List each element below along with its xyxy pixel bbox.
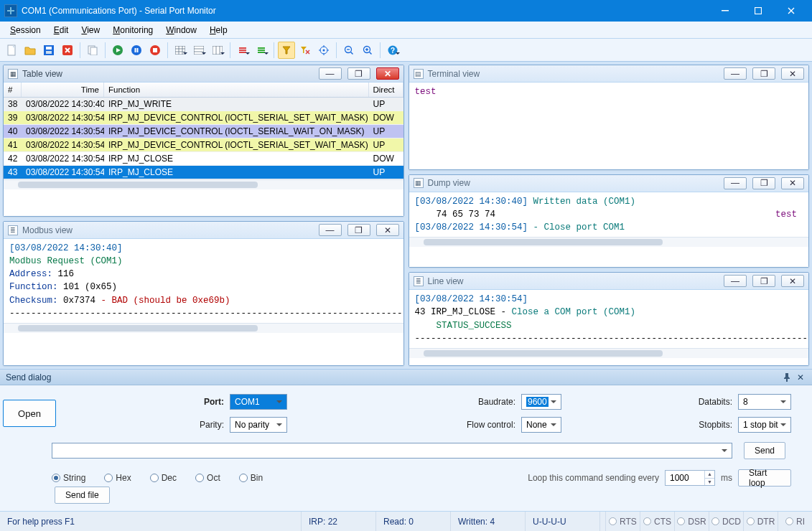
panel-minimize-button[interactable]: — — [319, 224, 342, 236]
pin-icon[interactable] — [781, 372, 793, 382]
radio-hex[interactable]: Hex — [104, 473, 131, 483]
send-file-button[interactable]: Send file — [55, 487, 110, 504]
panel-restore-button[interactable]: ❐ — [752, 177, 775, 189]
col-function[interactable]: Function — [104, 83, 369, 97]
list-view-icon[interactable] — [190, 42, 207, 59]
send-dialog-titlebar[interactable]: Send dialog ✕ — [0, 370, 812, 385]
panel-restore-button[interactable]: ❐ — [752, 275, 775, 287]
table-row[interactable]: 4103/08/2022 14:30:54IRP_MJ_DEVICE_CONTR… — [4, 138, 403, 152]
panel-close-button[interactable]: ✕ — [376, 67, 399, 80]
signal-dcd: DCD — [709, 512, 743, 531]
h-scrollbar[interactable] — [4, 179, 403, 189]
columns-icon[interactable] — [209, 42, 226, 59]
table-view-titlebar[interactable]: ▦ Table view — ❐ ✕ — [4, 65, 403, 83]
terminal-view-body[interactable]: test — [409, 83, 809, 169]
table-row[interactable]: 4003/08/2022 14:30:54IRP_MJ_DEVICE_CONTR… — [4, 125, 403, 138]
close-icon[interactable]: ✕ — [795, 372, 806, 382]
baud-combo[interactable]: 9600 — [521, 394, 561, 410]
help-icon[interactable]: ? — [384, 42, 401, 59]
new-session-icon[interactable] — [3, 42, 20, 59]
col-time[interactable]: Time — [22, 83, 104, 97]
spin-down-icon[interactable]: ▼ — [704, 479, 714, 486]
spin-up-icon[interactable]: ▲ — [704, 471, 714, 479]
menu-view[interactable]: View — [75, 24, 106, 37]
table-row[interactable]: 3903/08/2022 14:30:54IRP_MJ_DEVICE_CONTR… — [4, 111, 403, 125]
dump-view-titlebar[interactable]: ▦ Dump view — ❐ ✕ — [409, 175, 809, 192]
port-combo[interactable]: COM1 — [230, 394, 287, 410]
save-icon[interactable] — [40, 42, 57, 59]
open-button[interactable]: Open — [3, 400, 56, 427]
send-data-input[interactable] — [52, 443, 732, 459]
radio-bin[interactable]: Bin — [239, 473, 263, 483]
modbus-view-titlebar[interactable]: ≣ Modbus view — ❐ ✕ — [4, 222, 403, 239]
filter-red-icon[interactable] — [234, 42, 251, 59]
menu-monitoring[interactable]: Monitoring — [107, 24, 159, 37]
panel-restore-button[interactable]: ❐ — [752, 67, 775, 80]
stop-icon[interactable] — [146, 42, 164, 59]
svg-rect-2 — [722, 10, 729, 11]
zoom-in-icon[interactable] — [359, 42, 376, 59]
panel-minimize-button[interactable]: — — [724, 67, 747, 80]
play-icon[interactable] — [109, 42, 126, 59]
menu-help[interactable]: Help — [204, 24, 233, 37]
menu-window[interactable]: Window — [160, 24, 202, 37]
panel-close-button[interactable]: ✕ — [781, 177, 804, 189]
statusbar: For help press F1 IRP: 22 Read: 0 Writte… — [0, 511, 812, 531]
port-label: Port: — [52, 397, 224, 407]
funnel-config-icon[interactable] — [297, 42, 314, 59]
line-view-body[interactable]: [03/08/2022 14:30:54] 43 IRP_MJ_CLOSE - … — [409, 290, 809, 365]
parity-combo[interactable]: No parity — [230, 417, 287, 433]
h-scrollbar[interactable] — [409, 237, 809, 247]
filter-green-icon[interactable] — [253, 42, 270, 59]
databits-combo[interactable]: 8 — [738, 394, 791, 410]
close-session-icon[interactable] — [59, 42, 76, 59]
panel-close-button[interactable]: ✕ — [781, 275, 804, 287]
signal-ri: RI — [778, 512, 812, 531]
terminal-view-titlebar[interactable]: ▤ Terminal view — ❐ ✕ — [409, 65, 809, 83]
signal-dsr: DSR — [674, 512, 709, 531]
flow-combo[interactable]: None — [521, 417, 561, 433]
pause-icon[interactable] — [128, 42, 145, 59]
panel-minimize-button[interactable]: — — [724, 275, 747, 287]
col-num[interactable]: # — [4, 83, 22, 97]
panel-restore-button[interactable]: ❐ — [347, 67, 370, 80]
dump-view-body[interactable]: [03/08/2022 14:30:40] Written data (COM1… — [409, 192, 809, 268]
radio-oct[interactable]: Oct — [195, 473, 220, 483]
panel-close-button[interactable]: ✕ — [781, 67, 804, 80]
col-direction[interactable]: Direct — [369, 83, 403, 97]
h-scrollbar[interactable] — [4, 323, 403, 333]
toolbar-divider — [105, 42, 106, 58]
copy-icon[interactable] — [84, 42, 101, 59]
maximize-button[interactable] — [742, 0, 775, 22]
target-icon[interactable] — [315, 42, 332, 59]
menu-session[interactable]: Session — [4, 24, 47, 37]
line-view-title: Line view — [428, 276, 719, 286]
table-view-title: Table view — [22, 69, 313, 79]
loop-interval-input[interactable]: 1000▲▼ — [665, 470, 715, 486]
close-button[interactable] — [775, 0, 808, 22]
panel-restore-button[interactable]: ❐ — [347, 224, 370, 236]
table-row[interactable]: 3803/08/2022 14:30:40IRP_MJ_WRITEUP — [4, 98, 403, 111]
modbus-view-body[interactable]: [03/08/2022 14:30:40] Modbus Request (CO… — [4, 239, 403, 365]
stopbits-combo[interactable]: 1 stop bit — [738, 417, 791, 433]
send-button[interactable]: Send — [744, 442, 785, 459]
menu-edit[interactable]: Edit — [48, 24, 75, 37]
svg-rect-13 — [135, 48, 136, 52]
open-session-icon[interactable] — [22, 42, 39, 59]
minimize-button[interactable] — [709, 0, 742, 22]
funnel-toggle-icon[interactable] — [278, 42, 295, 59]
panel-minimize-button[interactable]: — — [724, 177, 747, 189]
line-view-titlebar[interactable]: ≣ Line view — ❐ ✕ — [409, 273, 809, 290]
radio-string[interactable]: String — [52, 473, 85, 483]
h-scrollbar[interactable] — [409, 348, 809, 358]
table-row[interactable]: 4303/08/2022 14:30:54IRP_MJ_CLOSEUP — [4, 166, 403, 179]
zoom-out-icon[interactable] — [340, 42, 358, 59]
radio-dec[interactable]: Dec — [150, 473, 177, 483]
panel-close-button[interactable]: ✕ — [376, 224, 399, 236]
table-header-row: # Time Function Direct — [4, 83, 403, 98]
terminal-icon: ▤ — [414, 69, 424, 79]
table-row[interactable]: 4203/08/2022 14:30:54IRP_MJ_CLOSEDOW — [4, 152, 403, 166]
start-loop-button[interactable]: Start loop — [738, 469, 791, 487]
grid-view-icon[interactable] — [172, 42, 189, 59]
panel-minimize-button[interactable]: — — [319, 67, 342, 80]
